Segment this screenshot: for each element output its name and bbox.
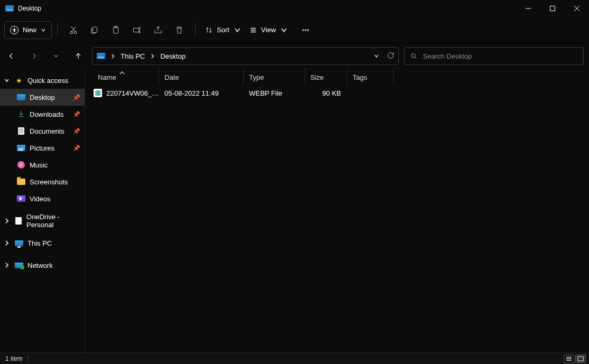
star-icon: ★ (15, 76, 23, 85)
separator (28, 355, 29, 362)
file-list[interactable]: 220714VW06_ID4_Dr... 05-08-2022 11:49 WE… (85, 86, 589, 352)
download-icon (17, 110, 25, 118)
address-bar[interactable]: This PC Desktop (92, 47, 399, 65)
sidebar-onedrive[interactable]: OneDrive - Personal (0, 212, 85, 229)
column-headers: Name Date Type Size Tags (85, 69, 589, 86)
svg-rect-11 (578, 357, 583, 361)
back-button[interactable] (3, 48, 20, 64)
sidebar-item-label: Videos (30, 195, 51, 203)
sidebar-item-downloads[interactable]: Downloads 📌 (0, 106, 85, 123)
search-input[interactable] (423, 52, 578, 60)
onedrive-icon (15, 217, 22, 225)
view-label: View (261, 26, 276, 34)
column-header-name[interactable]: Name (85, 69, 159, 86)
document-icon (18, 127, 24, 135)
sidebar-this-pc[interactable]: This PC (0, 235, 85, 251)
svg-point-1 (70, 31, 73, 34)
recent-locations-button[interactable] (48, 48, 65, 64)
refresh-button[interactable] (386, 51, 395, 61)
video-icon (17, 195, 25, 202)
breadcrumb-this-pc[interactable]: This PC (121, 52, 145, 60)
sidebar-item-documents[interactable]: Documents 📌 (0, 123, 85, 139)
window-title: Desktop (18, 5, 41, 12)
delete-button[interactable] (169, 20, 190, 41)
rename-button[interactable] (126, 20, 148, 41)
search-icon (410, 52, 418, 60)
column-label: Size (310, 73, 324, 81)
svg-rect-6 (133, 28, 139, 32)
column-header-date[interactable]: Date (159, 69, 244, 86)
search-box[interactable] (404, 47, 584, 65)
plus-icon (10, 26, 19, 34)
navigation-pane: ★ Quick access Desktop 📌 Downloads 📌 Doc… (0, 69, 85, 352)
cut-button[interactable] (63, 20, 84, 41)
column-header-tags[interactable]: Tags (347, 69, 394, 86)
sidebar-network[interactable]: Network (0, 257, 85, 274)
sidebar-item-label: Screenshots (30, 178, 68, 186)
column-label: Tags (353, 73, 367, 81)
column-header-size[interactable]: Size (305, 69, 347, 86)
up-button[interactable] (70, 48, 87, 64)
svg-point-10 (411, 54, 415, 58)
file-type: WEBP File (249, 89, 282, 97)
sidebar-item-music[interactable]: Music (0, 156, 85, 173)
sidebar-label: OneDrive - Personal (26, 213, 85, 229)
sidebar-quick-access[interactable]: ★ Quick access (0, 72, 85, 89)
paste-button[interactable] (105, 20, 126, 41)
network-icon (15, 263, 23, 268)
sidebar-item-pictures[interactable]: Pictures 📌 (0, 139, 85, 156)
pin-icon: 📌 (73, 128, 80, 135)
sidebar-item-label: Desktop (30, 94, 55, 101)
file-icon (94, 89, 102, 97)
svg-rect-3 (93, 27, 97, 33)
svg-point-7 (302, 29, 303, 30)
sidebar-item-label: Music (30, 161, 48, 169)
chevron-right-icon (111, 52, 115, 60)
file-row[interactable]: 220714VW06_ID4_Dr... 05-08-2022 11:49 WE… (85, 86, 589, 100)
svg-point-8 (305, 29, 306, 30)
view-button[interactable]: View (245, 20, 292, 41)
column-label: Date (164, 73, 179, 81)
pin-icon: 📌 (73, 145, 80, 152)
sidebar-item-videos[interactable]: Videos (0, 190, 85, 207)
new-button[interactable]: New (4, 21, 52, 39)
sidebar-item-label: Documents (30, 127, 65, 135)
sort-ascending-icon (119, 68, 125, 76)
more-button[interactable] (295, 20, 316, 41)
title-bar: Desktop (0, 0, 589, 17)
column-label: Type (249, 73, 264, 81)
content-pane: Name Date Type Size Tags 220714VW06_ID4_… (85, 69, 589, 352)
svg-point-2 (75, 31, 77, 34)
item-count: 1 item (5, 355, 23, 362)
address-history-button[interactable] (374, 52, 379, 60)
svg-point-9 (307, 29, 308, 30)
sidebar-item-desktop[interactable]: Desktop 📌 (0, 89, 85, 106)
breadcrumb-desktop[interactable]: Desktop (160, 52, 186, 60)
forward-button[interactable] (25, 48, 42, 64)
separator (195, 23, 196, 37)
pin-icon: 📌 (73, 94, 80, 101)
sidebar-item-screenshots[interactable]: Screenshots (0, 173, 85, 190)
minimize-button[interactable] (516, 0, 540, 17)
pc-icon (15, 240, 23, 246)
column-label: Name (98, 73, 116, 81)
details-view-button[interactable] (564, 354, 574, 363)
separator (57, 23, 58, 37)
pictures-icon (17, 145, 25, 151)
sidebar-item-label: Downloads (30, 110, 63, 118)
maximize-button[interactable] (540, 0, 565, 17)
close-button[interactable] (565, 0, 589, 17)
column-header-type[interactable]: Type (244, 69, 305, 86)
sidebar-label: Quick access (27, 77, 68, 85)
share-button[interactable] (148, 20, 169, 41)
app-icon (5, 5, 14, 12)
large-icons-view-button[interactable] (575, 354, 586, 363)
svg-rect-0 (550, 6, 555, 11)
sidebar-label: Network (27, 262, 53, 269)
file-date: 05-08-2022 11:49 (164, 89, 219, 97)
sort-label: Sort (217, 26, 229, 34)
command-bar: New Sort View (0, 17, 589, 43)
folder-icon (17, 179, 25, 185)
sort-button[interactable]: Sort (201, 20, 245, 41)
copy-button[interactable] (84, 20, 105, 41)
